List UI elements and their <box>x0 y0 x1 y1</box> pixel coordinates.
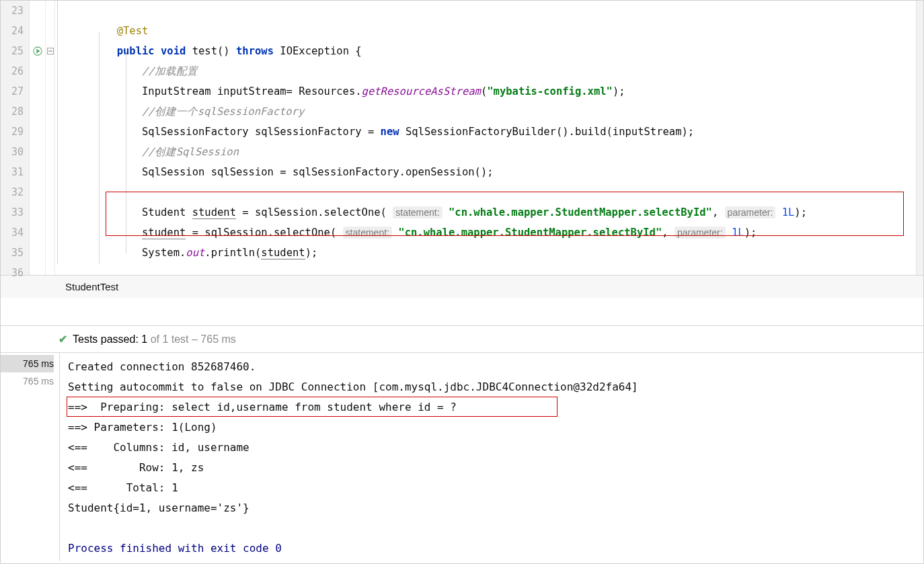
keyword-new: new <box>381 126 399 138</box>
fold-gutter <box>46 1 55 275</box>
code: ); <box>744 227 757 239</box>
string-literal: "cn.whale.mapper.StudentMapper.selectByI… <box>398 227 662 239</box>
indent <box>67 227 142 239</box>
console-line: <== Total: 1 <box>68 478 923 498</box>
parameter-hint: statement: <box>343 227 392 239</box>
line-number[interactable]: 29 <box>1 122 29 142</box>
keyword-public: public <box>117 45 155 57</box>
code: = sqlSession.selectOne( <box>236 206 393 218</box>
indent <box>67 166 142 178</box>
exception: IOException { <box>280 45 361 57</box>
comment: //加载配置 <box>142 65 198 77</box>
indent <box>67 126 142 138</box>
code: InputStream inputStream= Resources. <box>142 85 362 97</box>
indent <box>67 146 142 158</box>
code: System. <box>142 247 186 259</box>
fold-toggle-icon[interactable] <box>46 41 54 61</box>
console-line: ==> Preparing: select id,username from s… <box>68 397 923 417</box>
line-number[interactable]: 23 <box>1 1 29 21</box>
comment: //创建SqlSession <box>142 146 239 158</box>
code-area[interactable]: @Test public void test() throws IOExcept… <box>60 1 923 275</box>
console-line: <== Row: 1, zs <box>68 458 923 478</box>
indent <box>67 25 117 37</box>
parameter-hint: parameter: <box>725 206 776 218</box>
toolwindow-toolbar <box>1 298 923 326</box>
line-number[interactable]: 26 <box>1 61 29 81</box>
console-output[interactable]: Created connection 852687460. Setting au… <box>60 353 923 561</box>
code: , <box>712 206 725 218</box>
console-line: ==> Parameters: 1(Long) <box>68 417 923 438</box>
indent <box>67 45 117 57</box>
console-line: Created connection 852687460. <box>68 357 923 377</box>
number-literal: 1L <box>732 227 744 239</box>
indent <box>67 206 142 218</box>
keyword-void: void <box>161 45 186 57</box>
parameter-hint: statement: <box>393 206 442 218</box>
code: SqlSession sqlSession = sqlSessionFactor… <box>142 166 494 178</box>
space <box>726 227 732 239</box>
keyword-throws: throws <box>236 45 274 57</box>
code: ); <box>613 85 625 97</box>
space <box>392 227 398 239</box>
run-test-icon[interactable] <box>30 41 45 61</box>
line-number[interactable]: 36 <box>1 263 29 283</box>
line-number[interactable]: 34 <box>1 223 29 243</box>
code: ); <box>305 247 318 259</box>
code: , <box>662 227 675 239</box>
indent <box>67 247 142 259</box>
static-field: out <box>186 247 204 259</box>
line-number[interactable]: 27 <box>1 81 29 102</box>
tests-passed-label: Tests passed: <box>73 333 139 346</box>
string-literal: "mybatis-config.xml" <box>487 85 613 97</box>
line-number[interactable]: 25 <box>1 41 29 61</box>
test-tree-row[interactable]: 765 ms <box>1 355 54 372</box>
static-method: getResourceAsStream <box>362 85 481 97</box>
svg-marker-1 <box>36 49 40 54</box>
test-tree-row[interactable]: 765 ms <box>1 372 54 390</box>
check-icon: ✔ <box>59 333 67 346</box>
line-number[interactable]: 32 <box>1 182 29 202</box>
number-literal: 1L <box>782 206 795 218</box>
line-number[interactable]: 24 <box>1 21 29 41</box>
line-number[interactable]: 33 <box>1 202 29 223</box>
space <box>442 206 449 218</box>
line-number[interactable]: 28 <box>1 102 29 122</box>
console-line: <== Columns: id, username <box>68 438 923 458</box>
variable: student <box>142 227 186 239</box>
tests-passed-suffix: of 1 test – 765 ms <box>151 333 236 346</box>
code: SqlSessionFactory sqlSessionFactory = <box>142 126 381 138</box>
line-number[interactable]: 30 <box>1 142 29 162</box>
indent <box>67 106 142 118</box>
variable: student <box>261 247 305 259</box>
console-line <box>68 518 923 538</box>
comment: //创建一个sqlSessionFactory <box>142 106 304 118</box>
run-gutter <box>30 1 46 275</box>
code: = sqlSession.selectOne( <box>186 227 342 239</box>
code: Student <box>142 206 192 218</box>
indent <box>67 85 142 97</box>
code: SqlSessionFactoryBuilder().build(inputSt… <box>399 126 695 138</box>
test-tree[interactable]: 765 ms 765 ms <box>1 353 60 561</box>
console-line-exit: Process finished with exit code 0 <box>68 538 923 559</box>
code: ( <box>481 85 487 97</box>
code: ); <box>794 206 807 218</box>
line-number-gutter[interactable]: 23 24 25 26 27 28 29 30 31 32 33 34 35 3… <box>1 1 30 275</box>
console-line: Setting autocommit to false on JDBC Conn… <box>68 377 923 397</box>
space <box>775 206 781 218</box>
parameter-hint: parameter: <box>675 227 726 239</box>
indent <box>67 65 142 77</box>
structure-gutter <box>55 1 60 275</box>
method-name: test() <box>192 45 230 57</box>
editor-pane: 23 24 25 26 27 28 29 30 31 32 33 34 35 3… <box>1 1 923 276</box>
string-literal: "cn.whale.mapper.StudentMapper.selectByI… <box>449 206 712 218</box>
line-number[interactable]: 35 <box>1 243 29 263</box>
variable: student <box>192 206 236 219</box>
editor-scrollbar[interactable] <box>916 1 923 275</box>
run-panel: 765 ms 765 ms Created connection 8526874… <box>1 353 923 561</box>
tests-passed-count: 1 <box>141 333 147 346</box>
code: .println( <box>204 247 261 259</box>
line-number[interactable]: 31 <box>1 162 29 182</box>
annotation: @Test <box>117 25 149 37</box>
test-status-bar: ✔ Tests passed: 1 of 1 test – 765 ms <box>1 326 923 353</box>
console-line: Student{id=1, username='zs'} <box>68 498 923 518</box>
